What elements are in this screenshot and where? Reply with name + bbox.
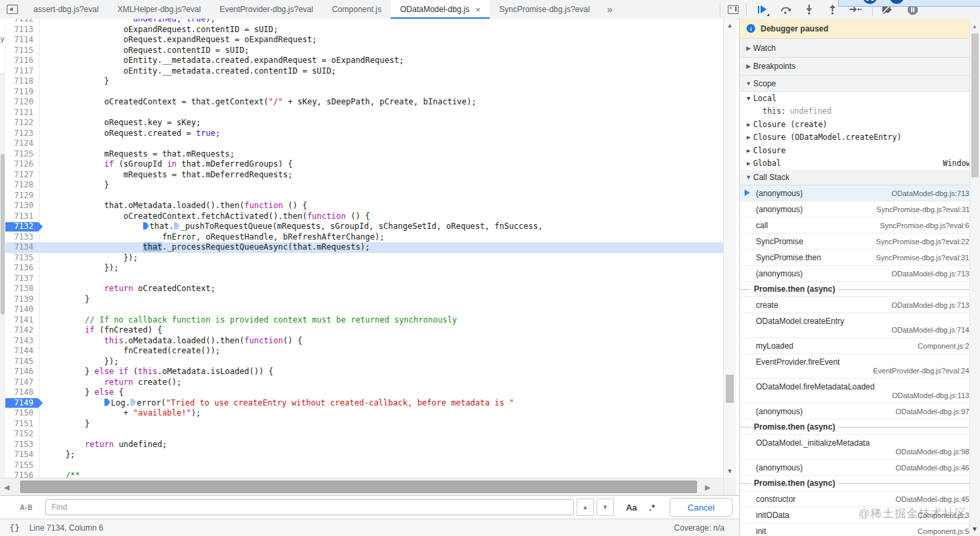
code-text[interactable]: oExpandRequest.contentID = sUID; — [39, 25, 723, 35]
line-number[interactable]: 7112 — [5, 19, 39, 25]
code-line[interactable]: 7154 }; — [5, 450, 723, 460]
line-number[interactable]: 7113 — [5, 25, 39, 35]
code-text[interactable]: Log.error("Tried to use createEntry with… — [39, 398, 723, 409]
code-line[interactable]: 7128 } — [5, 180, 723, 191]
code-line[interactable]: 7132 that._pushToRequestQueue(mRequests,… — [5, 221, 723, 232]
inline-breakpoint-marker[interactable] — [174, 222, 180, 230]
execution-line[interactable]: 7134 that._processRequestQueueAsync(that… — [5, 242, 723, 253]
line-number[interactable]: 7120 — [5, 97, 39, 108]
scroll-up-arrow[interactable]: ▲ — [970, 21, 979, 31]
call-stack-frame[interactable]: createODataModel-dbg.js:7130 — [740, 297, 980, 313]
code-text[interactable]: } — [39, 294, 723, 305]
line-number[interactable]: 7114 — [5, 35, 39, 46]
line-number[interactable]: 7116 — [5, 56, 39, 66]
tab-xmlhelper-dbg-js-eval[interactable]: XMLHelper-dbg.js?eval — [108, 0, 210, 19]
code-text[interactable]: } — [39, 180, 723, 191]
line-number[interactable]: 7140 — [5, 304, 39, 315]
line-number[interactable]: 7118 — [5, 76, 39, 87]
code-line[interactable]: 7131 oCreatedContext.fetchActivated().th… — [5, 211, 723, 222]
horizontal-scrollbar-thumb[interactable] — [20, 480, 697, 493]
code-text[interactable]: } — [39, 419, 723, 430]
inline-breakpoint-marker[interactable] — [104, 399, 110, 406]
code-line[interactable]: 7150 + "available!"); — [5, 408, 723, 419]
code-text[interactable]: fnError, oRequestHandle, bRefreshAfterCh… — [39, 232, 723, 243]
code-text[interactable] — [39, 304, 723, 315]
code-line[interactable]: 7137 — [5, 274, 723, 284]
line-number[interactable]: 7117 — [5, 66, 39, 77]
code-text[interactable] — [39, 108, 723, 118]
line-number[interactable]: 7142 — [5, 325, 39, 336]
code-text[interactable]: oRequest.created = true; — [39, 128, 723, 139]
find-next-button[interactable]: ▼ — [597, 499, 614, 516]
code-line[interactable]: 7142 if (fnCreated) { — [5, 325, 723, 336]
find-input[interactable] — [45, 499, 574, 515]
scroll-down-arrow[interactable]: ▼ — [724, 466, 736, 476]
code-text[interactable]: oCreatedContext.fetchActivated().then(fu… — [39, 211, 723, 222]
navigator-scrollbar-thumb[interactable] — [1, 154, 5, 315]
line-number[interactable]: 7151 — [5, 419, 39, 430]
chevron-right-icon[interactable]: ▶ — [744, 160, 753, 167]
call-stack-frame[interactable]: ODataModel.fireMetadataLoadedODataModel-… — [740, 379, 980, 404]
breakpoint-line-number[interactable]: 7132 — [5, 221, 39, 232]
show-navigator-button[interactable] — [0, 0, 24, 19]
line-number[interactable]: 7131 — [5, 211, 39, 222]
code-text[interactable]: mRequests = that.mRequests; — [39, 149, 723, 160]
code-text[interactable]: }; — [39, 450, 723, 460]
line-number[interactable]: 7128 — [5, 180, 39, 191]
code-text[interactable] — [39, 87, 723, 98]
code-line[interactable]: 7112 undefined, true); — [5, 19, 723, 25]
code-text[interactable]: return oCreatedContext; — [39, 284, 723, 294]
line-number[interactable]: 7148 — [5, 387, 39, 398]
dock-side-button[interactable] — [723, 1, 743, 17]
line-number[interactable]: 7156 — [5, 470, 39, 478]
call-stack-frame[interactable]: SyncPromise.thenSyncPromise-dbg.js?eval:… — [740, 250, 980, 266]
code-text[interactable]: return undefined; — [39, 440, 723, 450]
chevron-right-icon[interactable]: ▶ — [744, 147, 753, 154]
code-text[interactable]: // If no callback function is provided c… — [39, 315, 723, 326]
call-stack-frame[interactable]: (anonymous)ODataModel-dbg.js:460 — [740, 460, 980, 476]
code-line[interactable]: 7122 oRequest.key = sKey; — [5, 118, 723, 128]
line-number[interactable]: 7147 — [5, 377, 39, 388]
code-line[interactable]: 7156 /** — [5, 470, 723, 478]
code-line[interactable]: 7135 }); — [5, 253, 723, 264]
code-text[interactable] — [39, 429, 723, 440]
scroll-right-arrow[interactable]: ▶ — [701, 478, 714, 496]
scope-entry[interactable]: ▶GlobalWindow — [740, 157, 980, 171]
code-line[interactable]: 7127 mRequests = that.mDeferredRequests; — [5, 170, 723, 181]
line-number[interactable]: 7154 — [5, 450, 39, 460]
code-line[interactable]: 7130 that.oMetadata.loaded().then(functi… — [5, 201, 723, 211]
chevron-right-icon[interactable]: ▶ — [744, 121, 753, 128]
line-number[interactable]: 7127 — [5, 170, 39, 181]
line-number[interactable]: 7136 — [5, 263, 39, 274]
editor-scrollbar-thumb[interactable] — [726, 375, 734, 403]
code-line[interactable]: 7136 }); — [5, 263, 723, 274]
code-line[interactable]: 7116 oEntity.__metadata.created.expandRe… — [5, 56, 723, 66]
line-number[interactable]: 7133 — [5, 232, 39, 243]
code-text[interactable]: + "available!"); — [39, 408, 723, 419]
call-stack-frame[interactable]: initComponent.js:59 — [740, 523, 980, 536]
code-line[interactable]: 7149 Log.error("Tried to use createEntry… — [5, 398, 723, 409]
code-line[interactable]: 7153 return undefined; — [5, 440, 723, 450]
code-line[interactable]: 7129 — [5, 191, 723, 201]
code-text[interactable]: fnCreated(create()); — [39, 346, 723, 357]
line-number[interactable]: 7115 — [5, 46, 39, 56]
line-number[interactable]: 7141 — [5, 315, 39, 326]
call-stack-frame[interactable]: constructorODataModel-dbg.js:459 — [740, 491, 980, 507]
scope-entry[interactable]: ▼Local — [740, 92, 980, 105]
cancel-button[interactable]: Cancel — [670, 498, 732, 517]
code-text[interactable]: if (fnCreated) { — [39, 325, 723, 336]
scroll-up-arrow[interactable]: ▲ — [724, 20, 736, 31]
call-stack-frame[interactable]: SyncPromiseSyncPromise-dbg.js?eval:227 — [740, 234, 980, 250]
code-line[interactable]: 7133 fnError, oRequestHandle, bRefreshAf… — [5, 232, 723, 243]
chevron-right-icon[interactable]: ▶ — [744, 134, 753, 141]
code-text[interactable]: /** — [39, 470, 723, 478]
code-text[interactable]: undefined, true); — [39, 19, 723, 25]
code-text[interactable]: this.oMetadata.loaded().then(function() … — [39, 336, 723, 347]
code-text[interactable]: oCreatedContext = that.getContext("/" + … — [39, 97, 723, 108]
code-text[interactable]: mRequests = that.mDeferredRequests; — [39, 170, 723, 181]
inline-breakpoint-marker[interactable] — [130, 399, 136, 406]
editor-vertical-scrollbar[interactable]: ▲ ▼ — [723, 19, 736, 478]
code-line[interactable]: 7123 oRequest.created = true; — [5, 128, 723, 139]
resume-button[interactable] — [752, 1, 772, 17]
code-line[interactable]: 7120 oCreatedContext = that.getContext("… — [5, 97, 723, 108]
